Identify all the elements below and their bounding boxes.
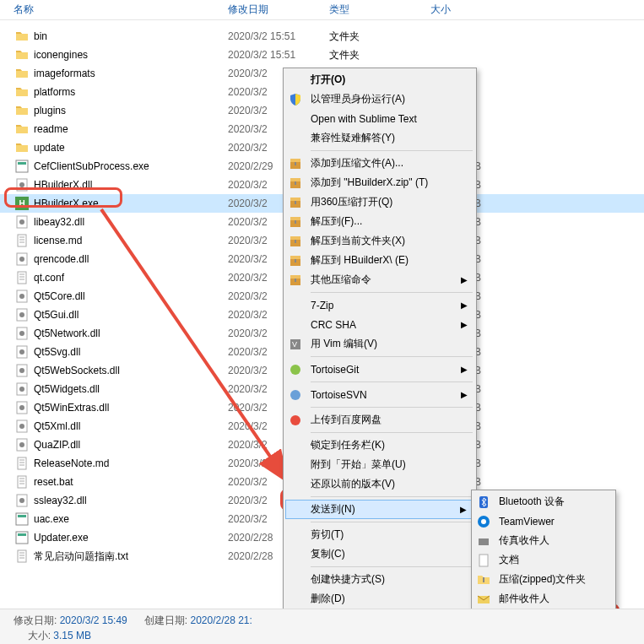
menu-item[interactable]: 发送到(N)▶ [285,500,474,519]
menu-item[interactable]: 用360压缩打开(Q) [285,192,474,212]
menu-item-label: 兼容性疑难解答(Y) [311,131,395,145]
txt-icon [15,475,29,489]
menu-separator [311,292,473,293]
menu-item[interactable]: 解压到(F)... [285,212,474,231]
menu-item[interactable]: 添加到 "HBuilderX.zip" (T) [285,173,474,192]
col-header-name[interactable]: 名称 [0,3,228,17]
submenu-item[interactable]: 邮件收件人 [474,589,614,609]
col-header-size[interactable]: 大小 [430,3,515,17]
file-name: uac.exe [34,513,228,525]
dll-icon [15,419,29,433]
menu-item[interactable]: Open with Sublime Text [285,109,474,128]
menu-item[interactable]: 打开(O) [285,70,474,89]
menu-item-label: 解压到 HBuilderX\ (E) [311,253,409,268]
svg-rect-69 [295,240,296,243]
menu-separator [311,566,473,567]
submenu-item[interactable]: 传真收件人 [474,531,614,550]
svg-rect-60 [295,181,296,185]
submenu-item[interactable]: 文档 [474,550,614,570]
baidu-icon [289,414,302,427]
menu-item[interactable]: 上传到百度网盘 [285,410,474,430]
status-created-label: 创建日期: [144,614,187,626]
dll-icon [15,327,29,340]
svg-point-25 [19,368,24,373]
shield-icon [289,93,302,106]
menu-item[interactable]: 复制(C) [285,544,474,564]
menu-item[interactable]: 解压到当前文件夹(X) [285,231,474,251]
menu-item-label: 剪切(T) [311,528,344,542]
status-size-label: 大小: [28,630,51,641]
file-name: license.md [34,235,228,246]
submenu-item[interactable]: 压缩(zipped)文件夹 [474,570,614,589]
menu-item[interactable]: TortoiseSVN▶ [285,385,474,404]
svg-rect-34 [18,457,26,469]
menu-separator [311,522,473,522]
dll-icon [15,401,29,414]
file-date: 2020/3/2 15:51 [228,30,329,42]
file-name: platforms [34,86,228,98]
col-header-type[interactable]: 类型 [329,3,430,17]
file-name: HBuilderX.exe [34,198,228,209]
menu-item[interactable]: 附到「开始」菜单(U) [285,455,474,474]
archive-icon [289,273,302,287]
file-name: readme [34,123,228,135]
txt-icon [15,271,29,284]
zip-icon [477,573,490,587]
menu-item[interactable]: 添加到压缩文件(A)... [285,154,474,173]
menu-item-label: 发送到(N) [311,502,355,517]
txt-icon [15,457,29,470]
svg-rect-84 [479,538,489,545]
menu-separator [311,496,473,497]
menu-item[interactable]: 创建快捷方式(S) [285,570,474,589]
menu-item[interactable]: 解压到 HBuilderX\ (E) [285,251,474,270]
file-name: iconengines [34,49,228,61]
menu-item-label: 锁定到任务栏(K) [311,438,385,452]
file-name: Qt5WinExtras.dll [34,402,228,414]
file-type: 文件夹 [329,48,430,62]
exe-icon [15,531,29,544]
menu-item[interactable]: 剪切(T) [285,525,474,544]
svg-rect-71 [290,256,300,259]
menu-item[interactable]: 兼容性疑难解答(Y) [285,128,474,148]
docs-icon [477,554,490,567]
archive-icon [289,235,302,248]
menu-item-label: 删除(D) [311,592,345,606]
menu-item[interactable]: 7-Zip▶ [285,295,474,315]
menu-item-label: 添加到 "HBuilderX.zip" (T) [311,176,428,190]
svg-point-31 [19,424,24,429]
file-name: Qt5Gui.dll [34,309,228,321]
menu-item[interactable]: 删除(D) [285,589,474,609]
submenu-item[interactable]: Bluetooth 设备 [474,492,614,511]
menu-item[interactable]: TortoiseGit▶ [285,360,474,379]
menu-item[interactable]: V用 Vim 编辑(V) [285,334,474,354]
menu-item-label: 还原以前的版本(V) [311,477,395,491]
file-name: CefClientSubProcess.exe [34,160,228,172]
file-name: Qt5Xml.dll [34,420,228,432]
svg-rect-6 [18,235,26,246]
svg-rect-59 [290,178,300,181]
menu-item-label: 创建快捷方式(S) [311,572,385,587]
svg-rect-72 [295,259,296,262]
menu-item[interactable]: 以管理员身份运行(A) [285,89,474,109]
menu-item[interactable]: CRC SHA▶ [285,315,474,334]
teamviewer-icon [477,515,490,528]
svg-rect-74 [290,275,300,279]
file-row[interactable]: bin2020/3/2 15:51文件夹 [0,27,644,46]
submenu-item[interactable]: TeamViewer [474,511,614,531]
exe-icon [15,160,29,173]
menu-item[interactable]: 还原以前的版本(V) [285,474,474,494]
menu-item[interactable]: 其他压缩命令▶ [285,270,474,290]
col-header-date[interactable]: 修改日期 [228,3,329,17]
menu-item[interactable]: 锁定到任务栏(K) [285,436,474,455]
archive-icon [289,254,302,268]
file-row[interactable]: iconengines2020/3/2 15:51文件夹 [0,46,644,64]
svg-rect-12 [18,272,26,284]
svn-icon [289,388,302,402]
file-name: bin [34,30,228,42]
svg-point-43 [19,498,24,503]
status-modified-label: 修改日期: [14,614,57,626]
bluetooth-icon [477,495,490,509]
submenu-arrow-icon: ▶ [461,390,468,399]
menu-separator [311,382,473,382]
svg-rect-62 [290,198,300,201]
